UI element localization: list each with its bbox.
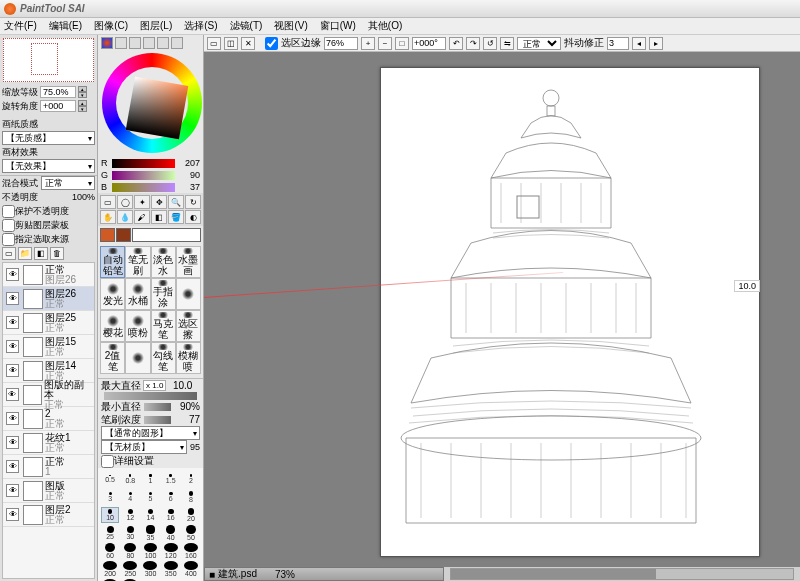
brush-preset[interactable]: 笔无刷	[125, 246, 150, 278]
layer-row[interactable]: 👁正常1	[3, 455, 94, 479]
brush-preset[interactable]	[125, 342, 150, 374]
tool-brush-icon[interactable]: 🖌	[134, 210, 150, 224]
layer-visibility-icon[interactable]: 👁	[6, 508, 19, 521]
size-preset[interactable]: 3	[101, 489, 119, 505]
navigator[interactable]	[3, 38, 94, 82]
chk-protect-alpha[interactable]	[2, 205, 15, 218]
size-preset[interactable]: 0.5	[101, 471, 119, 487]
preview-mode-select[interactable]: 正常	[517, 37, 561, 50]
menu-image[interactable]: 图像(C)	[94, 19, 128, 33]
viewport[interactable]: 10.0	[204, 52, 800, 567]
rotate-reset-icon[interactable]: ↺	[483, 37, 497, 50]
blend-mode-dropdown[interactable]: 正常	[41, 176, 95, 190]
tool-zoom-icon[interactable]: 🔍	[168, 195, 184, 209]
picker-mode-set-icon[interactable]	[157, 37, 169, 49]
layer-visibility-icon[interactable]: 👁	[6, 460, 19, 473]
size-preset[interactable]: 6	[162, 489, 180, 505]
maxsize-mode[interactable]: x 1.0	[143, 380, 166, 391]
zoom-pct-input[interactable]	[324, 37, 358, 50]
rotate-ccw-icon[interactable]: ↶	[449, 37, 463, 50]
sv-square[interactable]	[126, 77, 189, 140]
brush-preset[interactable]: 樱花	[100, 310, 125, 342]
layer-visibility-icon[interactable]: 👁	[6, 364, 19, 377]
brush-preset[interactable]: 勾线笔	[151, 342, 176, 374]
layer-visibility-icon[interactable]: 👁	[6, 388, 19, 401]
size-preset[interactable]: 5	[141, 489, 159, 505]
tool-select-icon[interactable]: ▭	[100, 195, 116, 209]
chk-detail[interactable]	[101, 455, 114, 468]
brush-tex-dropdown[interactable]: 【无材质】	[101, 440, 187, 454]
size-preset[interactable]: 35	[141, 525, 159, 541]
color-wheel[interactable]	[102, 53, 199, 153]
minsize-slider[interactable]	[144, 403, 171, 411]
bg-swatch[interactable]	[116, 228, 131, 242]
layer-visibility-icon[interactable]: 👁	[6, 412, 19, 425]
brush-preset[interactable]	[176, 278, 201, 310]
size-preset[interactable]: 250	[121, 561, 139, 577]
rot-down[interactable]: ▾	[78, 106, 87, 112]
layer-row[interactable]: 👁图层25正常	[3, 311, 94, 335]
brush-preset[interactable]: 马克笔	[151, 310, 176, 342]
layer-row[interactable]: 👁正常图层26	[3, 263, 94, 287]
size-preset[interactable]: 160	[182, 543, 200, 559]
chk-select-source[interactable]	[2, 233, 15, 246]
size-preset[interactable]: 20	[182, 507, 200, 523]
size-preset[interactable]: 60	[101, 543, 119, 559]
size-preset[interactable]: 120	[162, 543, 180, 559]
g-slider[interactable]	[112, 171, 175, 180]
density-slider[interactable]	[144, 416, 171, 424]
tool-eraser-icon[interactable]: ◧	[151, 210, 167, 224]
menu-window[interactable]: 窗口(W)	[320, 19, 356, 33]
layer-row[interactable]: 👁图层2正常	[3, 503, 94, 527]
size-preset[interactable]: 2	[182, 471, 200, 487]
tool-clear-icon[interactable]: ✕	[241, 37, 255, 50]
menu-select[interactable]: 选择(S)	[184, 19, 217, 33]
picker-mode-hist-icon[interactable]	[171, 37, 183, 49]
layer-visibility-icon[interactable]: 👁	[6, 292, 19, 305]
stab-down-icon[interactable]: ◂	[632, 37, 646, 50]
size-preset[interactable]: 25	[101, 525, 119, 541]
rotate-input[interactable]	[412, 37, 446, 50]
picker-mode-square-icon[interactable]	[115, 37, 127, 49]
tool-fill-icon[interactable]: 🪣	[168, 210, 184, 224]
layer-visibility-icon[interactable]: 👁	[6, 340, 19, 353]
brush-preset[interactable]: 喷粉	[125, 310, 150, 342]
menu-file[interactable]: 文件(F)	[4, 19, 37, 33]
flip-h-icon[interactable]: ⇋	[500, 37, 514, 50]
tool-invert-icon[interactable]: ◫	[224, 37, 238, 50]
tool-rotate-icon[interactable]: ↻	[185, 195, 201, 209]
layer-row[interactable]: 👁图版正常	[3, 479, 94, 503]
menu-edit[interactable]: 编辑(E)	[49, 19, 82, 33]
brush-preset[interactable]: 水墨画	[176, 246, 201, 278]
zoom-input[interactable]	[40, 86, 76, 98]
tool-text-icon[interactable]: ◐	[185, 210, 201, 224]
new-folder-icon[interactable]: 📁	[18, 247, 32, 260]
layer-row[interactable]: 👁图版的副本正常	[3, 383, 94, 407]
menu-filter[interactable]: 滤镜(T)	[230, 19, 263, 33]
brush-preset[interactable]: 选区擦	[176, 310, 201, 342]
delete-layer-icon[interactable]: 🗑	[50, 247, 64, 260]
zoom-out-icon[interactable]: −	[378, 37, 392, 50]
layer-visibility-icon[interactable]: 👁	[6, 268, 19, 281]
brush-preset[interactable]: 淡色水	[151, 246, 176, 278]
chk-clip-mask[interactable]	[2, 219, 15, 232]
size-preset[interactable]: 4	[121, 489, 139, 505]
brush-preset[interactable]: 手指涂	[151, 278, 176, 310]
layer-visibility-icon[interactable]: 👁	[6, 316, 19, 329]
paper-fx-dropdown[interactable]: 【无效果】	[2, 159, 95, 173]
layer-row[interactable]: 👁图层15正常	[3, 335, 94, 359]
tool-wand-icon[interactable]: ✦	[134, 195, 150, 209]
layer-row[interactable]: 👁花纹1正常	[3, 431, 94, 455]
size-preset[interactable]: 50	[182, 525, 200, 541]
size-preset[interactable]: 8	[182, 489, 200, 505]
tool-lasso-icon[interactable]: ◯	[117, 195, 133, 209]
size-preset[interactable]: 400	[182, 561, 200, 577]
picker-mode-bar-icon[interactable]	[129, 37, 141, 49]
r-slider[interactable]	[112, 159, 175, 168]
paper-tex-dropdown[interactable]: 【无质感】	[2, 131, 95, 145]
menu-other[interactable]: 其他(O)	[368, 19, 402, 33]
tool-move-icon[interactable]: ✥	[151, 195, 167, 209]
size-preset[interactable]: 200	[101, 561, 119, 577]
size-preset[interactable]: 40	[162, 525, 180, 541]
menu-view[interactable]: 视图(V)	[274, 19, 307, 33]
